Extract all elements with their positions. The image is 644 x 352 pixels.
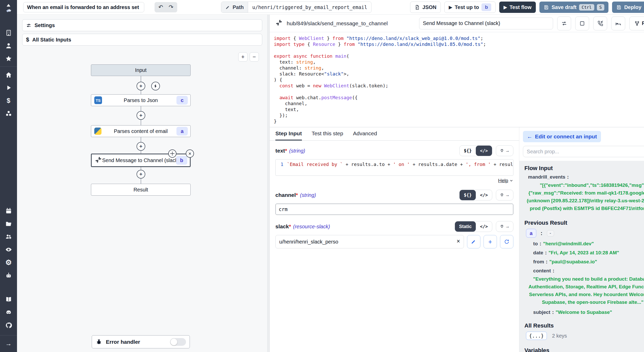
arrow-right-icon[interactable]: → [0, 337, 17, 350]
connect-input-button[interactable]: → [496, 145, 513, 156]
node-label: Input [135, 67, 146, 73]
add-step-button[interactable]: + [137, 170, 145, 179]
json-button[interactable]: JSON [410, 2, 441, 13]
error-handler-toggle[interactable] [170, 338, 186, 346]
robot-icon[interactable] [0, 269, 17, 282]
discord-icon[interactable] [0, 306, 17, 319]
play-icon: ▶ [449, 5, 452, 10]
channel-value-input[interactable] [275, 204, 513, 215]
test-up-to-badge: b [481, 3, 491, 11]
field-label-slack: slack [275, 223, 289, 230]
connect-input-button[interactable]: → [496, 221, 513, 232]
dollar-icon[interactable]: $ [0, 94, 17, 107]
prop-row-mandrill[interactable]: mandrill_events: [528, 174, 644, 180]
code-editor[interactable]: import { WebClient } from "https://deno.… [270, 32, 644, 127]
settings-button[interactable]: Settings [22, 19, 262, 31]
add-step-button[interactable]: + [137, 82, 145, 90]
windmill-logo[interactable] [3, 3, 14, 13]
tab-advanced[interactable]: Advanced [353, 127, 377, 140]
add-step-button[interactable]: + [137, 111, 145, 120]
step-name-input[interactable] [419, 18, 553, 29]
play-icon[interactable] [0, 81, 17, 94]
mandrill-events-value[interactable]: "[{"event":"inbound","ts":1683819426,"ms… [524, 181, 644, 212]
code-toggle-segment[interactable]: </> [476, 146, 492, 156]
field-type: (resource-slack) [293, 224, 330, 230]
hub-script-path[interactable]: hub/849/slack/send_message_to_channel [287, 20, 388, 27]
slack-field: slack* (resource-slack) Static </> [275, 221, 513, 248]
zoom-in-button[interactable]: + [238, 52, 248, 62]
cubes-icon[interactable] [0, 107, 17, 120]
prop-row-from[interactable]: from:"paul@supabase.io" [533, 259, 644, 265]
clear-resource-button[interactable]: × [456, 238, 460, 245]
gear-icon[interactable]: ⚙ [0, 256, 17, 269]
edit-or-connect-button[interactable]: ← Edit or connect an input [523, 131, 601, 142]
redo-button[interactable]: ↷ [166, 3, 176, 11]
edit-resource-button[interactable] [467, 235, 480, 248]
test-flow-button[interactable]: ▶ Test flow [499, 2, 536, 13]
undo-button[interactable]: ↶ [156, 3, 165, 11]
fork-button[interactable]: Fork [629, 16, 644, 30]
person-icon[interactable] [0, 39, 17, 52]
tab-step-input[interactable]: Step Input [275, 127, 302, 140]
flow-title-input[interactable] [23, 2, 144, 12]
flow-node-send-message-selected[interactable]: Send Message to Channel (slack) b × [91, 154, 191, 167]
deploy-button[interactable]: Deploy [612, 2, 644, 13]
all-static-inputs-button[interactable]: $ All Static Inputs [22, 34, 262, 46]
webhook-button[interactable] [593, 16, 607, 30]
plus-icon: + [488, 238, 492, 246]
move-node-handle[interactable] [168, 149, 176, 158]
expr-toggle-segment[interactable]: ${} [460, 190, 476, 200]
key-badge-a[interactable]: a [526, 229, 536, 238]
book-icon[interactable] [0, 293, 17, 306]
expr-toggle-segment[interactable]: ${} [460, 146, 476, 156]
help-link[interactable]: Help [498, 178, 508, 183]
path-value[interactable]: u/henri/triggered_by_email_report_email [248, 2, 371, 13]
code-toggle-segment[interactable]: </> [476, 221, 492, 232]
zoom-out-button[interactable]: − [250, 52, 259, 62]
flow-node-result[interactable]: Result [91, 184, 191, 196]
diff-button[interactable] [611, 16, 625, 30]
test-up-to-button[interactable]: ▶ Test up to b [444, 2, 496, 13]
tab-test-this-step[interactable]: Test this step [312, 127, 343, 140]
collapse-badge[interactable]: - [547, 230, 554, 237]
prop-row-to[interactable]: to:"henri@windmill.dev" [533, 241, 644, 247]
building-icon[interactable] [0, 26, 17, 39]
connect-input-button[interactable]: → [496, 190, 513, 200]
edit-or-connect-label: Edit or connect an input [535, 133, 597, 140]
home-icon[interactable] [0, 68, 17, 81]
content-value[interactable]: "Everything you need to build a product:… [524, 275, 644, 306]
star-icon[interactable] [0, 52, 17, 65]
calendar-icon[interactable] [0, 204, 17, 217]
trigger-bolt-button[interactable] [151, 82, 160, 90]
eye-icon[interactable] [0, 243, 17, 256]
slack-resource-input[interactable] [275, 235, 464, 248]
refresh-resource-button[interactable] [500, 235, 513, 248]
prop-row-content[interactable]: content: [533, 268, 644, 274]
pencil-icon [225, 5, 230, 10]
add-step-button[interactable]: + [137, 142, 145, 151]
add-resource-button[interactable]: + [484, 235, 497, 248]
remove-node-button[interactable]: × [186, 149, 194, 158]
path-chip[interactable]: Path [221, 2, 248, 13]
save-draft-button[interactable]: Save draft CtrlS [539, 2, 608, 13]
folder-icon[interactable] [0, 217, 17, 230]
reload-script-button[interactable] [557, 16, 571, 30]
pane-resize-gutter[interactable] [267, 15, 270, 352]
search-prop-input[interactable] [523, 146, 644, 157]
object-badge[interactable]: {...} [526, 332, 547, 340]
path-editor[interactable]: Path u/henri/triggered_by_email_report_e… [221, 2, 371, 13]
flow-node-parses-content-of-email[interactable]: Parses content of email a [91, 125, 191, 137]
users-gear-icon[interactable] [0, 230, 17, 243]
code-toggle-segment[interactable]: </> [476, 190, 492, 200]
flow-node-parses-to-json[interactable]: TS Parses to Json c [91, 94, 191, 106]
text-expression-editor[interactable]: 1 `Email received by ` + results.a.to + … [275, 159, 513, 176]
flow-node-input[interactable]: Input [91, 64, 191, 76]
github-icon[interactable] [0, 319, 17, 332]
plus-icon: + [139, 112, 142, 119]
prop-row-subject[interactable]: subject:"Welcome to Supabase" [533, 309, 644, 315]
prop-row-date[interactable]: date:"Fri, Apr 14, 2023 at 10:28 AM" [533, 250, 644, 256]
static-toggle-segment[interactable]: Static [455, 221, 476, 232]
node-badge: a [176, 127, 188, 136]
error-handler-row[interactable]: Error handler [92, 335, 190, 348]
expand-editor-button[interactable] [575, 16, 589, 30]
